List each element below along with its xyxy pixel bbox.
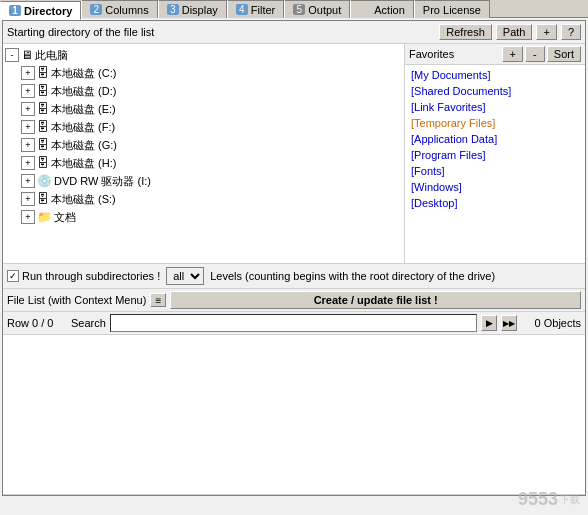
favorites-list[interactable]: [My Documents] [Shared Documents] [Link … bbox=[405, 65, 585, 263]
tree-label-d: 本地磁盘 (D:) bbox=[51, 83, 116, 99]
tab-display[interactable]: 3 Display bbox=[158, 0, 227, 18]
tree-expander-docs[interactable]: + bbox=[21, 210, 35, 224]
disk-c-icon: 🗄 bbox=[37, 65, 49, 81]
tab-label-pro: Pro License bbox=[423, 4, 481, 16]
tab-num-directory: 1 bbox=[9, 5, 21, 16]
watermark-number: 9553 bbox=[518, 489, 558, 510]
context-menu-icon[interactable]: ≡ bbox=[150, 293, 166, 307]
nav-end-button[interactable]: ▶▶ bbox=[501, 315, 517, 331]
favorites-header: Favorites + - Sort bbox=[405, 44, 585, 65]
fav-item-appdata[interactable]: [Application Data] bbox=[409, 131, 581, 147]
search-label: Search bbox=[71, 317, 106, 329]
tree-node-computer[interactable]: - 🖥 此电脑 bbox=[5, 46, 402, 64]
filelist-label: File List (with Context Menu) bbox=[7, 294, 146, 306]
path-button[interactable]: Path bbox=[496, 24, 533, 40]
tab-columns[interactable]: 2 Columns bbox=[81, 0, 157, 18]
tab-label-filter: Filter bbox=[251, 4, 275, 16]
refresh-button[interactable]: Refresh bbox=[439, 24, 492, 40]
tree-node-g[interactable]: + 🗄 本地磁盘 (G:) bbox=[21, 136, 402, 154]
tab-num-columns: 2 bbox=[90, 4, 102, 15]
fav-item-windows[interactable]: [Windows] bbox=[409, 179, 581, 195]
tree-expander-s[interactable]: + bbox=[21, 192, 35, 206]
tab-output[interactable]: 5 Output bbox=[284, 0, 350, 18]
watermark-area: 9553 下载 bbox=[518, 489, 580, 510]
fav-item-programfiles[interactable]: [Program Files] bbox=[409, 147, 581, 163]
levels-select[interactable]: all 1 2 3 4 5 bbox=[166, 267, 204, 285]
favorites-remove-button[interactable]: - bbox=[525, 46, 545, 62]
computer-icon: 🖥 bbox=[21, 47, 33, 63]
tree-expander-d[interactable]: + bbox=[21, 84, 35, 98]
tab-directory[interactable]: 1 Directory bbox=[0, 1, 81, 20]
favorites-add-button[interactable]: + bbox=[502, 46, 522, 62]
disk-f-icon: 🗄 bbox=[37, 119, 49, 135]
tab-filter[interactable]: 4 Filter bbox=[227, 0, 284, 18]
objects-count: 0 Objects bbox=[521, 317, 581, 329]
tab-num-display: 3 bbox=[167, 4, 179, 15]
tree-expander-computer[interactable]: - bbox=[5, 48, 19, 62]
tree-node-s[interactable]: + 🗄 本地磁盘 (S:) bbox=[21, 190, 402, 208]
file-list-area[interactable] bbox=[3, 335, 585, 495]
tab-action[interactable]: Action bbox=[350, 0, 414, 18]
subdir-checkbox[interactable]: ✓ bbox=[7, 270, 19, 282]
directory-tree-panel[interactable]: - 🖥 此电脑 + 🗄 本地磁盘 (C:) + 🗄 本地磁盘 (D:) + bbox=[3, 44, 405, 263]
plus-button[interactable]: + bbox=[536, 24, 556, 40]
tree-label-f: 本地磁盘 (F:) bbox=[51, 119, 115, 135]
tree-label-dvd: DVD RW 驱动器 (I:) bbox=[54, 173, 151, 189]
tab-num-filter: 4 bbox=[236, 4, 248, 15]
favorites-sort-button[interactable]: Sort bbox=[547, 46, 581, 62]
tab-label-display: Display bbox=[182, 4, 218, 16]
fav-item-desktop[interactable]: [Desktop] bbox=[409, 195, 581, 211]
tree-expander-dvd[interactable]: + bbox=[21, 174, 35, 188]
tree-node-f[interactable]: + 🗄 本地磁盘 (F:) bbox=[21, 118, 402, 136]
disk-e-icon: 🗄 bbox=[37, 101, 49, 117]
fav-item-mydocs[interactable]: [My Documents] bbox=[409, 67, 581, 83]
tree-expander-c[interactable]: + bbox=[21, 66, 35, 80]
question-button[interactable]: ? bbox=[561, 24, 581, 40]
tree-expander-g[interactable]: + bbox=[21, 138, 35, 152]
levels-text: Levels (counting begins with the root di… bbox=[210, 270, 495, 282]
tree-node-e[interactable]: + 🗄 本地磁盘 (E:) bbox=[21, 100, 402, 118]
tree-node-docs[interactable]: + 📁 文档 bbox=[21, 208, 402, 226]
tree-node-d[interactable]: + 🗄 本地磁盘 (D:) bbox=[21, 82, 402, 100]
main-panel: Starting directory of the file list Refr… bbox=[2, 20, 586, 496]
tree-label-computer: 此电脑 bbox=[35, 47, 68, 63]
tree-node-h[interactable]: + 🗄 本地磁盘 (H:) bbox=[21, 154, 402, 172]
tree-node-dvd[interactable]: + 💿 DVD RW 驱动器 (I:) bbox=[21, 172, 402, 190]
tab-label-output: Output bbox=[308, 4, 341, 16]
tab-bar: 1 Directory 2 Columns 3 Display 4 Filter… bbox=[0, 0, 588, 18]
filelist-header: File List (with Context Menu) ≡ Create /… bbox=[3, 289, 585, 312]
tab-label-directory: Directory bbox=[24, 5, 72, 17]
dvd-icon: 💿 bbox=[37, 173, 52, 189]
tree-label-g: 本地磁盘 (G:) bbox=[51, 137, 117, 153]
tree-label-h: 本地磁盘 (H:) bbox=[51, 155, 116, 171]
watermark-sub: 下载 bbox=[560, 493, 580, 507]
folder-docs-icon: 📁 bbox=[37, 209, 52, 225]
tree-expander-e[interactable]: + bbox=[21, 102, 35, 116]
section-label-row: Starting directory of the file list Refr… bbox=[3, 21, 585, 44]
favorites-panel: Favorites + - Sort [My Documents] [Share… bbox=[405, 44, 585, 263]
tab-label-columns: Columns bbox=[105, 4, 148, 16]
disk-d-icon: 🗄 bbox=[37, 83, 49, 99]
tree-expander-h[interactable]: + bbox=[21, 156, 35, 170]
disk-h-icon: 🗄 bbox=[37, 155, 49, 171]
fav-item-shareddocs[interactable]: [Shared Documents] bbox=[409, 83, 581, 99]
tab-num-output: 5 bbox=[293, 4, 305, 15]
tree-label-e: 本地磁盘 (E:) bbox=[51, 101, 116, 117]
fav-item-linkfav[interactable]: [Link Favorites] bbox=[409, 99, 581, 115]
tree-node-c[interactable]: + 🗄 本地磁盘 (C:) bbox=[21, 64, 402, 82]
favorites-label: Favorites bbox=[409, 48, 500, 60]
disk-s-icon: 🗄 bbox=[37, 191, 49, 207]
create-file-list-button[interactable]: Create / update file list ! bbox=[170, 291, 581, 309]
search-row: Row 0 / 0 Search ▶ ▶▶ 0 Objects bbox=[3, 312, 585, 335]
subdir-row: ✓ Run through subdirectories ! all 1 2 3… bbox=[3, 264, 585, 289]
subdir-checkbox-area: ✓ Run through subdirectories ! bbox=[7, 270, 160, 282]
row-info: Row 0 / 0 bbox=[7, 317, 67, 329]
fav-item-fonts[interactable]: [Fonts] bbox=[409, 163, 581, 179]
nav-play-button[interactable]: ▶ bbox=[481, 315, 497, 331]
tab-pro[interactable]: Pro License bbox=[414, 0, 490, 18]
tree-expander-f[interactable]: + bbox=[21, 120, 35, 134]
tree-label-s: 本地磁盘 (S:) bbox=[51, 191, 116, 207]
tree-label-c: 本地磁盘 (C:) bbox=[51, 65, 116, 81]
search-input[interactable] bbox=[110, 314, 477, 332]
fav-item-tempfiles[interactable]: [Temporary Files] bbox=[409, 115, 581, 131]
